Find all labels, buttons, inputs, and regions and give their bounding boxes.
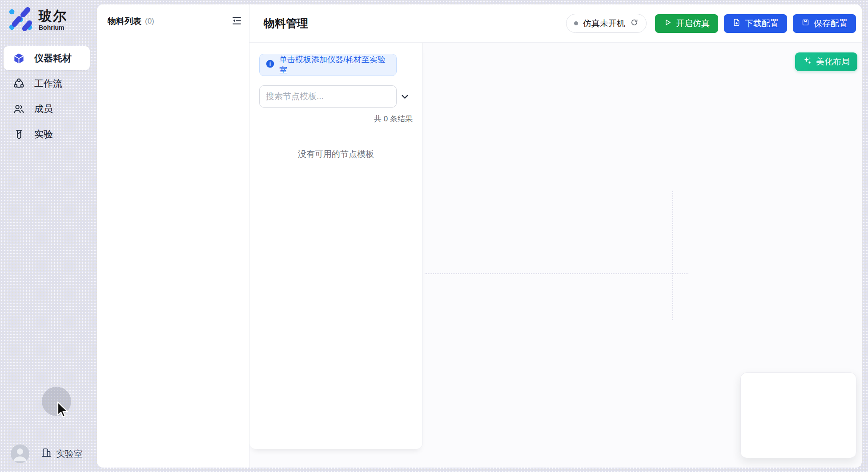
download-icon <box>732 18 741 29</box>
brand[interactable]: 玻尔 Bohrium <box>7 6 67 34</box>
app-root: 玻尔 Bohrium 仪器耗材 <box>0 0 868 472</box>
experiment-icon <box>12 128 25 140</box>
sidebar-item-workflow[interactable]: 工作流 <box>4 72 90 96</box>
flow-canvas[interactable]: 单击模板添加仪器/耗材至实验室 共 0 条结果 没有可用的节点模板 <box>249 43 862 468</box>
status-label: 仿真未开机 <box>583 18 625 29</box>
sidebar: 玻尔 Bohrium 仪器耗材 <box>0 0 97 472</box>
save-icon <box>801 18 810 29</box>
save-config-button[interactable]: 保存配置 <box>793 14 856 33</box>
search-input[interactable] <box>259 85 397 108</box>
brand-subtitle: Bohrium <box>39 24 67 31</box>
material-list-title: 物料列表 <box>108 16 141 27</box>
status-dot <box>574 21 578 25</box>
empty-state-text: 没有可用的节点模板 <box>259 148 413 160</box>
result-count: 共 0 条结果 <box>259 114 413 124</box>
sidebar-item-label: 工作流 <box>34 77 62 90</box>
material-list-panel: 物料列表 (0) <box>97 4 249 468</box>
material-list-count: (0) <box>145 17 154 26</box>
node-template-panel: 单击模板添加仪器/耗材至实验室 共 0 条结果 没有可用的节点模板 <box>249 43 423 449</box>
sidebar-nav: 仪器耗材 工作流 <box>4 46 90 148</box>
collapse-panel-button[interactable] <box>230 15 243 28</box>
start-simulation-button[interactable]: 开启仿真 <box>655 14 718 33</box>
topbar: 物料管理 仿真未开机 <box>249 4 862 43</box>
avatar[interactable] <box>11 444 29 463</box>
main-column: 物料管理 仿真未开机 <box>249 4 862 468</box>
download-config-button[interactable]: 下载配置 <box>724 14 787 33</box>
minimap[interactable] <box>740 372 856 458</box>
page-title: 物料管理 <box>264 16 308 31</box>
beautify-layout-button[interactable]: 美化布局 <box>795 52 857 71</box>
search-row <box>259 85 413 108</box>
sidebar-item-experiment[interactable]: 实验 <box>4 122 90 146</box>
sidebar-item-label: 仪器耗材 <box>34 52 72 64</box>
sidebar-item-label: 实验 <box>34 128 53 140</box>
refresh-icon[interactable] <box>630 18 639 29</box>
workspace-label: 实验室 <box>56 448 83 460</box>
members-icon <box>12 103 25 115</box>
sidebar-item-members[interactable]: 成员 <box>4 97 90 121</box>
building-icon <box>41 447 52 460</box>
content-area: 物料列表 (0) 物料管理 <box>97 4 862 468</box>
info-icon <box>265 59 275 71</box>
chevron-down-icon[interactable] <box>397 88 413 104</box>
workspace-switcher[interactable]: 实验室 <box>41 447 83 460</box>
simulation-status-pill[interactable]: 仿真未开机 <box>566 14 647 33</box>
bohrium-logo-icon <box>7 6 33 34</box>
hint-banner: 单击模板添加仪器/耗材至实验室 <box>259 54 397 76</box>
topbar-actions: 仿真未开机 <box>566 14 856 33</box>
cube-icon <box>12 52 25 64</box>
sidebar-footer: 实验室 <box>11 444 83 463</box>
canvas-guide-horizontal <box>425 273 688 274</box>
hint-banner-text: 单击模板添加仪器/耗材至实验室 <box>279 54 390 76</box>
sparkles-icon <box>803 56 812 68</box>
canvas-guide-vertical <box>672 191 673 320</box>
menu-fold-icon <box>231 15 242 28</box>
play-icon <box>663 18 672 29</box>
brand-name: 玻尔 <box>39 9 67 23</box>
material-list-header: 物料列表 (0) <box>97 4 249 36</box>
workflow-icon <box>12 77 25 90</box>
sidebar-item-label: 成员 <box>34 103 53 115</box>
sidebar-item-instruments[interactable]: 仪器耗材 <box>4 46 90 70</box>
